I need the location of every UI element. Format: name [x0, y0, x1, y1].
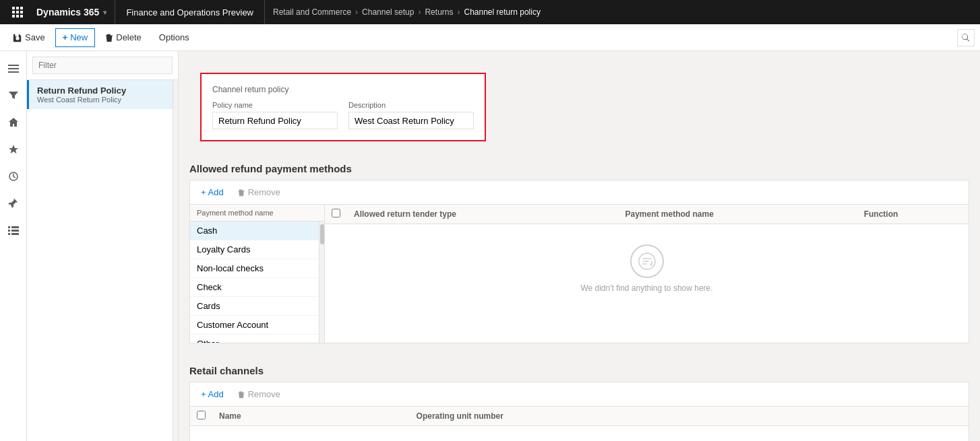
save-icon: [13, 33, 22, 42]
retail-table-toolbar: + Add Remove: [190, 382, 969, 407]
list-item-subtitle: West Coast Return Policy: [37, 96, 164, 104]
list-panel: Return Refund Policy West Coast Return P…: [27, 51, 179, 441]
side-icon-recent[interactable]: [1, 164, 26, 189]
svg-rect-7: [16, 15, 19, 18]
svg-rect-17: [8, 233, 10, 235]
form-card: Channel return policy Policy name Descri…: [200, 73, 486, 141]
list-item[interactable]: Return Refund Policy West Coast Return P…: [27, 80, 173, 109]
list-scrollbar[interactable]: [173, 80, 178, 441]
remove-icon: [237, 189, 245, 197]
side-icon-home[interactable]: [1, 110, 26, 135]
grid-menu-icon[interactable]: [7, 0, 28, 24]
retail-table: Name Operating unit number: [190, 407, 969, 426]
list-items-container: Return Refund Policy West Coast Return P…: [27, 80, 173, 441]
refund-table: Allowed return tender type Payment metho…: [325, 205, 969, 224]
breadcrumb-channel[interactable]: Channel setup: [362, 7, 414, 17]
refund-remove-button[interactable]: Remove: [235, 186, 283, 199]
svg-rect-13: [8, 226, 10, 228]
payment-item-cash[interactable]: Cash: [190, 222, 319, 240]
payment-method-list-col: Payment method name Cash Loyalty Cards N…: [190, 205, 325, 343]
payment-method-name-header: Payment method name: [619, 205, 857, 224]
retail-add-button[interactable]: + Add: [198, 388, 226, 401]
refund-empty-state: We didn't find anything to show here.: [325, 224, 969, 313]
form-section-title: Channel return policy: [212, 85, 474, 94]
svg-rect-1: [16, 7, 19, 9]
function-header: Function: [857, 205, 969, 224]
breadcrumb-sep-2: ›: [418, 7, 421, 17]
refund-right-table-col: Allowed return tender type Payment metho…: [325, 205, 969, 343]
breadcrumb-sep-3: ›: [457, 7, 460, 17]
svg-rect-10: [8, 68, 19, 69]
breadcrumb-retail[interactable]: Retail and Commerce: [273, 7, 351, 17]
save-button[interactable]: Save: [5, 28, 53, 47]
list-item-title: Return Refund Policy: [37, 86, 164, 96]
side-icon-list[interactable]: [1, 218, 26, 242]
description-field: Description: [348, 101, 474, 129]
retail-unit-number-header: Operating unit number: [410, 407, 969, 426]
brand-name[interactable]: Dynamics 365 ▾: [28, 0, 115, 24]
check-col-header: [325, 205, 347, 224]
svg-rect-5: [20, 11, 23, 13]
side-icon-filter[interactable]: [1, 83, 26, 108]
retail-check-col-header: [190, 407, 212, 426]
svg-rect-11: [8, 71, 19, 73]
module-name: Finance and Operations Preview: [115, 0, 265, 24]
empty-state-icon: [630, 244, 664, 278]
description-input[interactable]: [348, 112, 474, 129]
options-button[interactable]: Options: [152, 28, 197, 47]
svg-rect-6: [12, 15, 15, 18]
retail-name-header: Name: [212, 407, 410, 426]
retail-select-all-checkbox[interactable]: [197, 411, 206, 419]
list-filter-input[interactable]: [32, 57, 173, 74]
svg-rect-18: [11, 233, 19, 235]
svg-rect-14: [11, 226, 19, 228]
refund-add-button[interactable]: + Add: [198, 186, 226, 199]
svg-rect-0: [12, 7, 15, 9]
no-data-icon: [638, 252, 656, 271]
svg-rect-9: [8, 65, 19, 66]
retail-empty-state: We didn't find anything to show here.: [190, 426, 969, 441]
svg-rect-4: [16, 11, 19, 13]
svg-rect-16: [11, 230, 19, 232]
toolbar-search-box[interactable]: [957, 29, 975, 46]
retail-remove-icon: [237, 391, 245, 399]
new-button[interactable]: + New: [55, 28, 96, 47]
side-icon-star[interactable]: [1, 137, 26, 162]
payment-scrollbar-thumb: [320, 224, 324, 244]
side-icon-menu[interactable]: [1, 57, 26, 81]
payment-list-items: Cash Loyalty Cards Non-local checks Chec…: [190, 222, 319, 343]
policy-name-input[interactable]: [212, 112, 338, 129]
delete-icon: [105, 33, 113, 42]
search-icon: [962, 34, 970, 42]
retail-section-title: Retail channels: [179, 354, 980, 382]
retail-table-wrapper: + Add Remove Name Operating unit number: [189, 382, 969, 441]
payment-list-scrollbar[interactable]: [319, 222, 324, 343]
payment-method-header: Payment method name: [190, 205, 324, 222]
svg-rect-8: [20, 15, 23, 18]
payment-item-customer-account[interactable]: Customer Account: [190, 316, 319, 335]
payment-item-other[interactable]: Other: [190, 335, 319, 343]
payment-item-non-local[interactable]: Non-local checks: [190, 259, 319, 278]
side-navigation: [0, 51, 27, 441]
policy-name-label: Policy name: [212, 101, 338, 109]
policy-name-field: Policy name: [212, 101, 338, 129]
payment-item-cards[interactable]: Cards: [190, 297, 319, 316]
payment-section-inner: Payment method name Cash Loyalty Cards N…: [190, 205, 969, 343]
list-filter-area: [27, 51, 178, 80]
breadcrumb-sep-1: ›: [355, 7, 358, 17]
payment-item-loyalty[interactable]: Loyalty Cards: [190, 240, 319, 259]
svg-rect-2: [20, 7, 23, 9]
content-area: Channel return policy Policy name Descri…: [179, 51, 980, 441]
payment-item-check[interactable]: Check: [190, 278, 319, 297]
retail-remove-button[interactable]: Remove: [235, 388, 283, 401]
allowed-return-tender-header: Allowed return tender type: [347, 205, 619, 224]
svg-rect-15: [8, 230, 10, 232]
svg-rect-3: [12, 11, 15, 13]
side-icon-pinned[interactable]: [1, 191, 26, 215]
breadcrumb-returns[interactable]: Returns: [425, 7, 453, 17]
main-toolbar: Save + New Delete Options: [0, 24, 980, 51]
breadcrumb: Retail and Commerce › Channel setup › Re…: [265, 0, 973, 24]
refund-table-toolbar: + Add Remove: [190, 180, 969, 205]
delete-button[interactable]: Delete: [98, 28, 149, 47]
select-all-checkbox[interactable]: [332, 209, 340, 217]
